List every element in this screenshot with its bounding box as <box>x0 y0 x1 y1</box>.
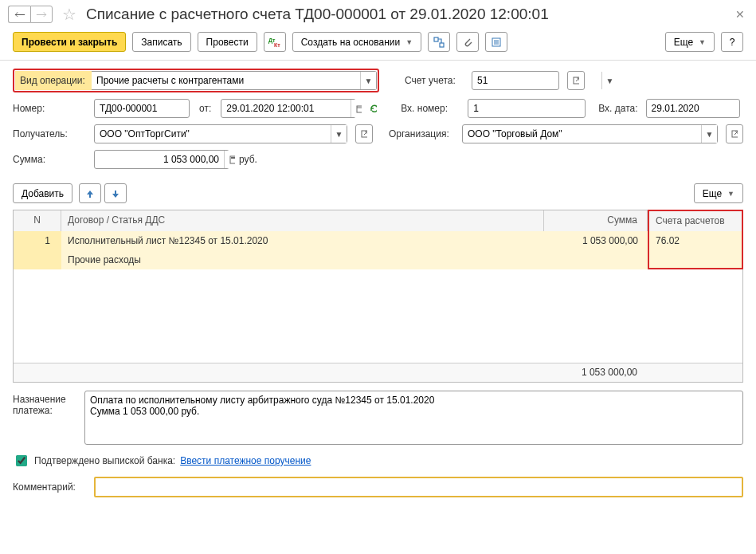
table-row[interactable]: Прочие расходы <box>14 250 742 269</box>
close-icon[interactable]: ✕ <box>732 5 748 24</box>
in-date-input[interactable] <box>647 100 756 117</box>
chevron-down-icon: ▼ <box>727 190 734 198</box>
cell-n <box>14 250 61 269</box>
structure-button[interactable] <box>428 32 450 52</box>
footer-sum: 1 053 000,00 <box>543 363 647 382</box>
structure-icon <box>433 37 445 48</box>
acct-open-button[interactable] <box>567 71 585 90</box>
sum-input[interactable] <box>95 151 224 168</box>
chevron-down-icon: ▼ <box>699 38 706 46</box>
list-button[interactable] <box>485 32 507 52</box>
recipient-label: Получатель: <box>13 128 89 139</box>
org-open-button[interactable] <box>726 124 743 143</box>
cell-acc: 76.02 <box>648 231 743 250</box>
more-button[interactable]: Еще ▼ <box>665 32 715 52</box>
in-num-label: Вх. номер: <box>401 103 463 114</box>
op-type-select[interactable] <box>92 72 360 89</box>
svg-rect-2 <box>434 37 438 41</box>
from-label: от: <box>194 103 216 114</box>
arrow-down-icon <box>111 189 120 198</box>
move-down-button[interactable] <box>104 183 127 203</box>
table-row[interactable]: 1 Исполнительный лист №12345 от 15.01.20… <box>14 231 742 250</box>
op-type-label: Вид операции: <box>15 71 92 90</box>
cell-acc <box>648 250 743 269</box>
open-icon <box>361 130 367 138</box>
svg-rect-9 <box>357 106 362 112</box>
recipient-open-button[interactable] <box>355 124 373 143</box>
num-label: Номер: <box>13 103 89 114</box>
cell-sum <box>544 250 648 269</box>
in-date-label: Вх. дата: <box>590 103 640 114</box>
th-acc: Счета расчетов <box>648 210 743 231</box>
refresh-button[interactable] <box>364 99 382 118</box>
in-num-input[interactable] <box>468 100 597 117</box>
enter-payment-link[interactable]: Ввести платежное поручение <box>180 455 311 466</box>
post-and-close-button[interactable]: Провести и закрыть <box>13 32 126 52</box>
open-icon <box>573 77 579 84</box>
table-more-button[interactable]: Еще ▼ <box>694 183 743 203</box>
purpose-textarea[interactable] <box>84 391 743 445</box>
org-label: Организация: <box>389 128 457 139</box>
nav-forward-button[interactable]: 🡒 <box>30 6 53 23</box>
open-icon <box>731 130 738 138</box>
dtkt-icon: ДтКт <box>268 37 281 48</box>
cell-doc: Прочие расходы <box>61 250 544 269</box>
svg-rect-3 <box>440 43 444 47</box>
add-row-button[interactable]: Добавить <box>13 183 72 203</box>
comment-label: Комментарий: <box>13 481 89 493</box>
dt-kt-button[interactable]: ДтКт <box>264 32 286 52</box>
th-sum: Сумма <box>544 210 648 231</box>
confirmed-label: Подтверждено выпиской банка: <box>34 455 175 466</box>
attachment-button[interactable] <box>456 32 479 52</box>
post-button[interactable]: Провести <box>198 32 257 52</box>
refresh-icon <box>369 103 377 114</box>
confirmed-checkbox[interactable] <box>16 455 27 466</box>
create-based-label: Создать на основании <box>301 37 401 48</box>
acct-label: Счет учета: <box>405 75 467 86</box>
svg-text:Кт: Кт <box>274 42 280 48</box>
calendar-icon <box>356 104 362 113</box>
page-title: Списание с расчетного счета ТД00-000001 … <box>86 6 726 23</box>
th-doc: Договор / Статья ДДС <box>61 210 544 231</box>
more-label: Еще <box>674 37 693 48</box>
cell-n: 1 <box>14 231 61 250</box>
org-input[interactable] <box>463 125 701 143</box>
paperclip-icon <box>462 37 473 48</box>
sum-unit: руб. <box>234 154 257 165</box>
cell-doc: Исполнительный лист №12345 от 15.01.2020 <box>61 231 544 250</box>
move-up-button[interactable] <box>79 183 101 203</box>
sum-label: Сумма: <box>13 154 89 165</box>
list-icon <box>491 37 502 48</box>
recipient-dropdown[interactable]: ▼ <box>331 125 347 143</box>
favorite-star-icon[interactable]: ☆ <box>62 5 76 24</box>
chevron-down-icon: ▼ <box>405 38 413 46</box>
th-n: N <box>14 210 61 231</box>
recipient-input[interactable] <box>95 125 331 143</box>
comment-input[interactable] <box>94 477 743 497</box>
create-based-button[interactable]: Создать на основании ▼ <box>292 32 421 52</box>
cell-sum: 1 053 000,00 <box>544 231 648 250</box>
org-dropdown[interactable]: ▼ <box>701 125 717 143</box>
help-button[interactable]: ? <box>721 32 743 52</box>
acct-dropdown[interactable]: ▼ <box>601 72 617 89</box>
op-type-dropdown[interactable]: ▼ <box>360 72 376 89</box>
table-more-label: Еще <box>703 188 722 199</box>
nav-back-button[interactable]: 🡐 <box>8 6 30 23</box>
purpose-label: Назначение платежа: <box>13 391 80 445</box>
date-input[interactable] <box>221 100 351 117</box>
write-button[interactable]: Записать <box>132 32 190 52</box>
arrow-up-icon <box>85 189 95 198</box>
